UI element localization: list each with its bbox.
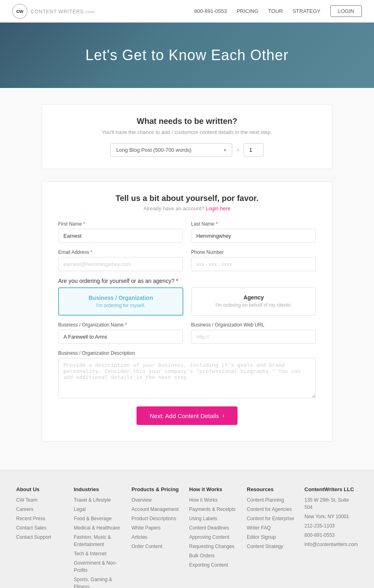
footer-address1: 135 W 29th St, Suite 504 [305, 496, 358, 511]
content-type-dropdown[interactable]: Long Blog Post (500-700 words) ▾ [110, 143, 232, 157]
footer-link[interactable]: Medical & Healthcare [74, 524, 124, 532]
phone-input[interactable] [191, 257, 316, 271]
form-section: Tell us a bit about yourself, por favor.… [42, 181, 332, 442]
site-header: cw CONTENT WRITERS.com 800-891-0553 PRIC… [0, 0, 374, 23]
business-card-sub: I'm ordering for myself. [64, 303, 178, 308]
nav-tour[interactable]: TOUR [268, 8, 283, 14]
last-name-group: Last Name * [191, 221, 316, 243]
order-type-agency[interactable]: Agency I'm ordering on behalf of my clie… [191, 287, 316, 316]
footer-address2: New York, NY 10001 [305, 513, 358, 520]
last-name-input[interactable] [191, 229, 316, 243]
site-footer: About Us CW Team Careers Recent Press Co… [0, 470, 374, 588]
footer-link[interactable]: Tech & Internet [74, 550, 124, 557]
footer-products-heading: Products & Pricing [132, 486, 181, 492]
first-name-input[interactable] [58, 229, 183, 243]
logo-area: cw CONTENT WRITERS.com [12, 4, 95, 19]
footer-grid: About Us CW Team Careers Recent Press Co… [16, 486, 358, 588]
footer-link[interactable]: Payments & Receipts [189, 506, 239, 513]
footer-link[interactable]: Writer FAQ [247, 524, 296, 532]
footer-link[interactable]: Recent Press [16, 515, 66, 522]
biz-desc-label: Business / Organization Description [58, 350, 316, 356]
content-section-sub: You'll have the chance to add / customiz… [58, 129, 316, 135]
biz-url-group: Business / Organization Web URL [191, 322, 316, 344]
nav-strategy[interactable]: STRATEGY [292, 8, 320, 14]
footer-link[interactable]: Travel & Lifestyle [74, 496, 124, 504]
biz-url-input[interactable] [191, 330, 316, 344]
footer-link[interactable]: Sports, Gaming & Fitness [74, 576, 124, 588]
footer-link[interactable]: Content for Agencies [247, 506, 296, 513]
footer-link[interactable]: Food & Beverage [74, 515, 124, 522]
hero-title: Let's Get to Know Each Other [12, 47, 362, 64]
footer-link[interactable]: Order Content [132, 543, 181, 550]
last-name-label: Last Name * [191, 221, 316, 227]
next-btn-wrap: Next: Add Content Details › [58, 406, 316, 425]
footer-link[interactable]: Exporting Content [189, 561, 239, 569]
next-button[interactable]: Next: Add Content Details › [137, 406, 237, 425]
footer-link[interactable]: Approving Content [189, 534, 239, 541]
content-selector: Long Blog Post (500-700 words) ▾ × [58, 143, 316, 157]
footer-link[interactable]: Contact Support [16, 534, 66, 541]
form-subtitle: Already have an account? Login here [58, 205, 316, 211]
footer-link[interactable]: Account Management [132, 506, 181, 513]
dropdown-arrow-icon: ▾ [224, 147, 226, 153]
footer-about-heading: About Us [16, 486, 66, 492]
footer-col-products: Products & Pricing Overview Account Mana… [132, 486, 181, 588]
quantity-input[interactable] [244, 143, 264, 157]
agency-card-sub: I'm ordering on behalf of my clients. [197, 302, 311, 308]
qty-multiplier: × [236, 147, 240, 153]
biz-name-input[interactable] [58, 330, 183, 344]
footer-phone2: 800-891-0553 [305, 532, 358, 539]
footer-link[interactable]: How it Works [189, 496, 239, 504]
footer-link[interactable]: Fashion, Music & Entertainment [74, 534, 124, 548]
login-button[interactable]: LOGIN [330, 5, 362, 17]
nav-pricing[interactable]: PRICING [237, 8, 258, 14]
footer-link[interactable]: Editor Signup [247, 534, 296, 541]
agency-card-title: Agency [197, 294, 311, 301]
footer-link[interactable]: Content Planning [247, 496, 296, 504]
footer-col-industries: Industries Travel & Lifestyle Legal Food… [74, 486, 124, 588]
first-name-label: First Name * [58, 221, 183, 227]
footer-link[interactable]: Legal [74, 506, 124, 513]
footer-industries-heading: Industries [74, 486, 124, 492]
footer-link[interactable]: Using Labels [189, 515, 239, 522]
footer-link[interactable]: Content Strategy [247, 543, 296, 550]
footer-link[interactable]: CW Team [16, 496, 66, 504]
footer-company-heading: ContentWriters LLC [305, 486, 358, 492]
biz-info-row: Business / Organization Name * Business … [58, 322, 316, 344]
footer-how-heading: How it Works [189, 486, 239, 492]
biz-desc-input[interactable] [58, 358, 316, 398]
biz-name-label: Business / Organization Name * [58, 322, 183, 328]
footer-link[interactable]: Content Deadlines [189, 524, 239, 532]
phone-number: 800-891-0553 [194, 8, 227, 14]
order-type-label-wrap: Are you ordering for yourself or as an a… [58, 278, 316, 284]
email-label: Email Address * [58, 249, 183, 255]
footer-phone1: 212-235-1103 [305, 522, 358, 529]
footer-resources-heading: Resources [247, 486, 296, 492]
biz-url-label: Business / Organization Web URL [191, 322, 316, 328]
name-row: First Name * Last Name * [58, 221, 316, 243]
footer-link[interactable]: Careers [16, 506, 66, 513]
footer-link[interactable]: Bulk Orders [189, 552, 239, 559]
contact-row: Email Address * Phone Number [58, 249, 316, 271]
footer-link[interactable]: Product Descriptions [132, 515, 181, 522]
footer-link[interactable]: Requesting Changes [189, 543, 239, 550]
phone-label: Phone Number [191, 249, 316, 255]
footer-link[interactable]: Articles [132, 534, 181, 541]
content-type-section: What needs to be written? You'll have th… [42, 104, 332, 169]
next-arrow-icon: › [222, 412, 224, 419]
footer-link[interactable]: Overview [132, 496, 181, 504]
hero-section: Let's Get to Know Each Other [0, 23, 374, 88]
order-type-business[interactable]: Business / Organization I'm ordering for… [58, 287, 183, 316]
footer-link[interactable]: Content for Enterprise [247, 515, 296, 522]
footer-link[interactable]: Contact Sales [16, 524, 66, 532]
form-title: Tell us a bit about yourself, por favor. [58, 194, 316, 203]
email-input[interactable] [58, 257, 183, 271]
phone-group: Phone Number [191, 249, 316, 271]
footer-link[interactable]: Government & Non-Profits [74, 559, 124, 574]
main-content: What needs to be written? You'll have th… [0, 88, 374, 470]
footer-link[interactable]: White Papers [132, 524, 181, 532]
login-link[interactable]: Login here [206, 205, 230, 211]
biz-name-group: Business / Organization Name * [58, 322, 183, 344]
main-nav: 800-891-0553 PRICING TOUR STRATEGY LOGIN [194, 5, 362, 17]
footer-email[interactable]: info@contentwriters.com [305, 541, 358, 548]
